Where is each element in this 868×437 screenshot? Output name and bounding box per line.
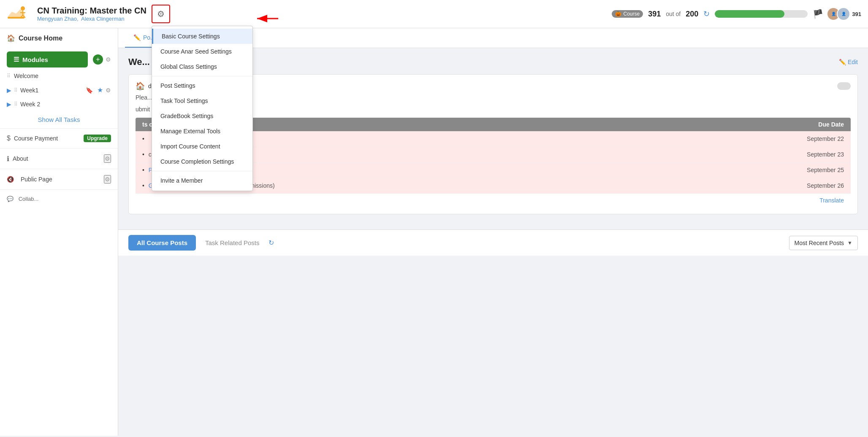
week-title: We... xyxy=(128,57,150,67)
dropdown-item-post-settings[interactable]: Post Settings xyxy=(152,78,252,93)
task-date-1: September 22 xyxy=(768,135,844,142)
svg-rect-0 xyxy=(8,17,24,19)
dropdown-divider-1 xyxy=(152,76,252,76)
avatar-stack: 👤 👤 391 xyxy=(828,7,861,21)
about-gear-button[interactable]: ⚙ xyxy=(104,154,111,163)
author1-link[interactable]: Mengyuan Zhao xyxy=(37,16,77,22)
logo-svg xyxy=(8,4,31,24)
author2-link[interactable]: Alexa Clingerman xyxy=(81,16,125,22)
all-course-posts-button[interactable]: All Course Posts xyxy=(128,235,196,251)
toggle-switch[interactable] xyxy=(837,82,851,90)
modules-actions: + ⚙ xyxy=(93,54,111,65)
sidebar-item-welcome: ⠿ Welcome xyxy=(0,69,118,83)
sidebar-extra-label: Collab... xyxy=(19,196,39,202)
dropdown-item-import-course-content[interactable]: Import Course Content xyxy=(152,139,252,154)
dropdown-item-course-completion-settings[interactable]: Course Completion Settings xyxy=(152,154,252,169)
week1-star-icon: ★ xyxy=(97,86,103,94)
arrow-indicator xyxy=(255,12,280,26)
sidebar-home-label: Course Home xyxy=(19,35,62,42)
dropdown-item-manage-external-tools[interactable]: Manage External Tools xyxy=(152,124,252,139)
edit-icon: ✏️ xyxy=(839,59,846,65)
week2-expand-icon: ▶ xyxy=(7,101,11,108)
welcome-dots-icon: ⠿ xyxy=(7,73,11,79)
public-page-label: Public Page xyxy=(21,176,100,183)
progress-bar xyxy=(715,10,808,18)
week1-gear-button[interactable]: ⚙ xyxy=(106,87,111,94)
translate-row: Translate xyxy=(136,194,851,207)
dropdown-item-invite-member[interactable]: Invite a Member xyxy=(152,173,252,188)
score-out-of: out of xyxy=(666,11,681,17)
add-module-button[interactable]: + xyxy=(93,54,103,65)
sidebar-payment-row: $ Course Payment Upgrade xyxy=(0,128,118,148)
week1-expand-icon: ▶ xyxy=(7,87,11,94)
card-home-icon: 🏠 xyxy=(136,81,145,91)
score-max: 200 xyxy=(686,10,698,19)
course-authors: Mengyuan Zhao, Alexa Clingerman xyxy=(37,16,146,22)
sidebar-extra-row: 💬 Collab... xyxy=(0,189,118,208)
upgrade-badge[interactable]: Upgrade xyxy=(84,135,111,142)
dropdown-item-gradebook-settings[interactable]: GradeBook Settings xyxy=(152,108,252,124)
task-date-2: September 23 xyxy=(768,151,844,158)
course-badge: 🎃 Course xyxy=(612,10,643,18)
posts-tab-icon: ✏️ xyxy=(133,34,141,41)
course-badge-icon: 🎃 xyxy=(615,11,621,17)
modules-gear-button[interactable]: ⚙ xyxy=(106,54,111,65)
flag-button[interactable]: 🏴 xyxy=(813,9,823,19)
week2-dots-icon: ⠿ xyxy=(14,101,18,107)
dropdown-item-basic-course-settings[interactable]: Basic Course Settings xyxy=(152,29,252,44)
about-label: About xyxy=(13,155,100,162)
dropdown-item-global-class-settings[interactable]: Global Class Settings xyxy=(152,59,252,74)
dropdown-item-task-tool-settings[interactable]: Task Tool Settings xyxy=(152,93,252,108)
payment-label: Course Payment xyxy=(14,135,80,142)
bullet-icon-1: • xyxy=(142,135,144,142)
modules-button[interactable]: ☰ Modules xyxy=(7,51,88,67)
card-home-text: d xyxy=(148,83,152,89)
svg-point-2 xyxy=(21,6,25,11)
about-icon: ℹ xyxy=(7,155,9,163)
dropdown-item-anar-seed-settings[interactable]: Course Anar Seed Settings xyxy=(152,44,252,59)
card-controls xyxy=(837,82,851,90)
home-icon: 🏠 xyxy=(7,34,15,42)
logo xyxy=(7,3,32,24)
modules-label: Modules xyxy=(22,56,48,63)
sidebar-item-week1[interactable]: ▶ ⠿ Week1 🔖 ★ ⚙ xyxy=(0,83,118,97)
avatar-2: 👤 xyxy=(837,7,850,21)
modules-icon: ☰ xyxy=(14,56,19,63)
most-recent-dropdown[interactable]: Most Recent Posts ▼ xyxy=(789,236,858,250)
edit-label: Edit xyxy=(848,59,858,65)
translate-button[interactable]: Translate xyxy=(819,197,844,204)
gear-button-wrapper: ⚙ Basic Course Settings Course Anar Seed… xyxy=(152,5,170,23)
posts-refresh-button[interactable]: ↻ xyxy=(269,239,274,247)
sidebar-public-page-row: 🔇 Public Page ⚙ xyxy=(0,169,118,189)
due-date-col-header: Due Date xyxy=(768,121,844,128)
show-all-tasks-button[interactable]: Show All Tasks xyxy=(0,111,118,128)
public-page-icon: 🔇 xyxy=(7,176,14,183)
public-page-gear-button[interactable]: ⚙ xyxy=(104,175,111,183)
bullet-icon-4: • xyxy=(142,182,144,189)
refresh-button[interactable]: ↻ xyxy=(703,9,710,19)
welcome-label: Welcome xyxy=(14,73,38,79)
sidebar: 🏠 Course Home ☰ Modules + ⚙ ⠿ Welcome ▶ … xyxy=(0,28,118,436)
modules-row: ☰ Modules + ⚙ xyxy=(0,48,118,69)
settings-gear-button[interactable]: ⚙ xyxy=(152,5,170,23)
week1-bookmark-icon: 🔖 xyxy=(86,87,93,94)
most-recent-label: Most Recent Posts xyxy=(795,240,844,246)
bullet-icon-3: • xyxy=(142,167,144,173)
main-layout: 🏠 Course Home ☰ Modules + ⚙ ⠿ Welcome ▶ … xyxy=(0,28,868,436)
dropdown-divider-2 xyxy=(152,171,252,171)
settings-dropdown: Basic Course Settings Course Anar Seed S… xyxy=(152,26,253,191)
task-related-posts-tab[interactable]: Task Related Posts xyxy=(201,235,263,251)
payment-icon: $ xyxy=(7,135,11,142)
week2-label: Week 2 xyxy=(20,101,111,108)
header-right: 🎃 Course 391 out of 200 ↻ 🏴 👤 👤 391 xyxy=(612,7,861,21)
bottom-tabs: All Course Posts Task Related Posts ↻ Mo… xyxy=(118,229,868,256)
task-date-3: September 25 xyxy=(768,167,844,173)
header: CN Training: Master the CN Mengyuan Zhao… xyxy=(0,0,868,28)
score-value: 391 xyxy=(648,10,661,19)
course-badge-label: Course xyxy=(623,11,640,17)
progress-bar-fill xyxy=(715,10,784,18)
header-title-area: CN Training: Master the CN Mengyuan Zhao… xyxy=(37,6,146,22)
week1-label: Week1 xyxy=(20,87,83,94)
sidebar-item-week2[interactable]: ▶ ⠿ Week 2 xyxy=(0,97,118,111)
edit-button[interactable]: ✏️ Edit xyxy=(839,59,858,65)
